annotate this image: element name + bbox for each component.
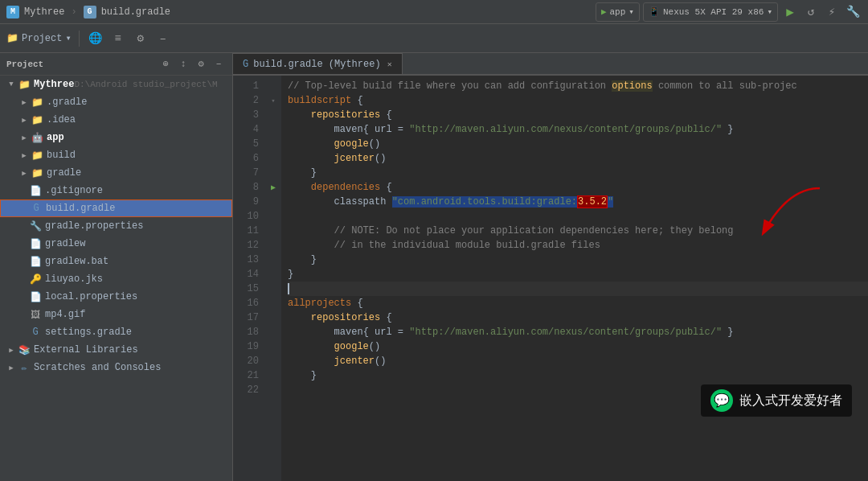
code-line-18: maven{ url = "http://maven.aliyun.com/ne…: [288, 325, 868, 339]
code-line-20: jcenter(): [288, 354, 868, 368]
code-line-12: // in the individual module build.gradle…: [288, 238, 868, 253]
tree-item-mp4[interactable]: 🖼 mp4.gif: [0, 306, 232, 323]
tree-item-liuyao[interactable]: 🔑 liuyao.jks: [0, 270, 232, 288]
sidebar-settings-button[interactable]: ⚙: [194, 57, 208, 72]
gutter-8: ▶: [265, 180, 281, 195]
root-folder-icon: 📁: [18, 78, 31, 91]
gutter-20: [265, 354, 281, 368]
tree-item-build[interactable]: ▶ 📁 build: [0, 146, 232, 164]
tree-item-scratches[interactable]: ▶ ✏ Scratches and Consoles: [0, 359, 232, 376]
tree-item-app[interactable]: ▶ 🤖 app: [0, 129, 232, 146]
tree-item-gradle2[interactable]: ▶ 📁 gradle: [0, 164, 232, 182]
gitignore-icon: 📄: [29, 184, 42, 197]
settings-gradle-label: settings.gradle: [45, 327, 132, 338]
expand-arrow-build: ▶: [19, 150, 29, 160]
tree-item-gradle-folder[interactable]: ▶ 📁 .gradle: [0, 93, 232, 111]
sync-button[interactable]: 🌐: [87, 30, 104, 47]
tab-label: build.gradle (Mythree): [253, 59, 380, 70]
code-editor[interactable]: 12345 678910 1112131415 1617181920 2122 …: [233, 76, 868, 481]
gutter-1: [265, 79, 281, 93]
code-line-8: dependencies {: [288, 180, 868, 195]
tree-item-gradle-props[interactable]: 🔧 gradle.properties: [0, 217, 232, 235]
app-selector[interactable]: ▶ app ▾: [596, 2, 640, 22]
sidebar-icons: ⊕ ↕ ⚙ –: [158, 57, 226, 72]
tree-item-external-libs[interactable]: ▶ 📚 External Libraries: [0, 341, 232, 359]
gutter-18: [265, 325, 281, 339]
title-sep1: ›: [71, 6, 76, 18]
expand-arrow-scratches: ▶: [6, 363, 16, 372]
gutter-5: [265, 137, 281, 151]
gradle2-icon: 📁: [31, 166, 43, 179]
sidebar-close-button[interactable]: –: [211, 57, 226, 72]
gutter-10: [265, 209, 281, 224]
gutter-15: [265, 282, 281, 296]
code-line-2: buildscript {: [288, 93, 868, 108]
minimize-button[interactable]: –: [154, 30, 172, 47]
project-title: Mythree: [24, 6, 64, 18]
code-line-1: // Top-level build file where you can ad…: [288, 79, 868, 93]
code-gutter: ▾ ▶: [265, 76, 281, 481]
device-selector[interactable]: 📱 Nexus 5X API 29 x86 ▾: [643, 2, 778, 22]
tree-item-gradlew[interactable]: 📄 gradlew: [0, 235, 232, 253]
line-numbers: 12345 678910 1112131415 1617181920 2122: [233, 76, 265, 481]
sidebar-locate-button[interactable]: ⊕: [158, 57, 173, 72]
gutter-4: [265, 122, 281, 137]
gutter-2: ▾: [265, 93, 281, 108]
code-line-5: google(): [288, 137, 868, 151]
tree-item-settings-gradle[interactable]: G settings.gradle: [0, 323, 232, 341]
gradlew-bat-label: gradlew.bat: [45, 256, 108, 267]
gutter-16: [265, 296, 281, 310]
file-title: build.gradle: [101, 6, 170, 18]
tree-item-idea[interactable]: ▶ 📁 .idea: [0, 111, 232, 129]
tab-icon: G: [243, 59, 248, 70]
code-line-15: [288, 282, 868, 296]
project-tree[interactable]: ▼ 📁 Mythree D:\Android studio_project\M …: [0, 76, 232, 481]
expand-arrow-gradle2: ▶: [19, 168, 29, 178]
code-line-9: classpath "com.android.tools.build:gradl…: [288, 195, 868, 209]
editor-tab-build-gradle[interactable]: G build.gradle (Mythree) ✕: [233, 53, 403, 74]
tab-close-button[interactable]: ✕: [387, 60, 392, 69]
gradle-props-label: gradle.properties: [45, 220, 143, 232]
code-line-10: [288, 209, 868, 224]
code-line-19: google(): [288, 339, 868, 354]
app-label: app: [610, 7, 626, 17]
gutter-9: [265, 195, 281, 209]
settings-button[interactable]: ⚙: [132, 30, 149, 47]
code-content[interactable]: // Top-level build file where you can ad…: [281, 76, 868, 481]
device-label: Nexus 5X API 29 x86: [663, 7, 764, 17]
build-icon: 📁: [31, 149, 43, 162]
build-gradle-icon: G: [30, 202, 43, 215]
tree-item-root[interactable]: ▼ 📁 Mythree D:\Android studio_project\M: [0, 76, 232, 93]
expand-arrow-gradle: ▶: [19, 97, 29, 107]
gutter-6: [265, 151, 281, 166]
build-gradle-label: build.gradle: [46, 203, 115, 214]
tree-item-build-gradle[interactable]: G build.gradle: [0, 199, 232, 217]
local-props-label: local.properties: [45, 291, 137, 302]
gradlew-icon: 📄: [29, 237, 42, 250]
gutter-17: [265, 310, 281, 325]
structure-button[interactable]: ≡: [109, 30, 127, 47]
app-icon: M: [6, 6, 19, 18]
sidebar-title: Project: [6, 60, 154, 69]
title-bar-left: M Mythree › G build.gradle: [6, 6, 596, 18]
code-line-14: }: [288, 267, 868, 282]
gradlew-label: gradlew: [45, 238, 85, 249]
ext-libs-label: External Libraries: [34, 344, 138, 356]
code-line-16: allprojects {: [288, 296, 868, 310]
tree-item-local-props[interactable]: 📄 local.properties: [0, 288, 232, 306]
gradle-button[interactable]: ⚡: [823, 3, 841, 21]
watermark-text: 嵌入式开发爱好者: [739, 393, 842, 409]
profile-button[interactable]: 🔧: [844, 3, 862, 21]
rerun-button[interactable]: ↺: [802, 3, 820, 21]
project-selector[interactable]: 📁 Project ▾: [6, 32, 72, 44]
tree-item-gitignore[interactable]: 📄 .gitignore: [0, 182, 232, 199]
watermark: 💬 嵌入式开发爱好者: [701, 384, 852, 417]
run-button[interactable]: ▶: [781, 3, 799, 21]
title-bar: M Mythree › G build.gradle ▶ app ▾ 📱 Nex…: [0, 0, 868, 24]
settings-gradle-icon: G: [29, 326, 42, 339]
mp4-icon: 🖼: [29, 308, 42, 321]
expand-arrow-extlibs: ▶: [6, 345, 16, 355]
tree-item-gradlew-bat[interactable]: 📄 gradlew.bat: [0, 253, 232, 270]
sidebar-collapse-button[interactable]: ↕: [176, 57, 190, 72]
folder-icon: 📁: [6, 32, 18, 44]
